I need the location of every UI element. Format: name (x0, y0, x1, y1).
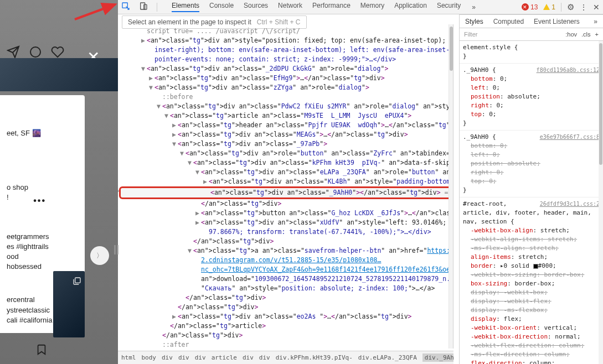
devtools-tab-console[interactable]: Console (209, 2, 234, 12)
dom-node[interactable]: ▶<an">class="tg">div an">class="xUdfV" a… (119, 218, 452, 227)
dom-node[interactable]: an">download="109300672_1645748952212107… (119, 274, 452, 284)
dom-node[interactable]: script true= .... /uavascript /\/script/ (119, 27, 452, 36)
dom-node[interactable]: ::after (119, 340, 452, 349)
css-rule[interactable]: e36e97b666f7.css:8._9AhH0 {bottom: 0;lef… (463, 133, 600, 195)
elements-scrollbar[interactable] (449, 24, 453, 349)
css-property[interactable]: top: 0; (463, 110, 600, 119)
css-property[interactable]: left: 0; (463, 84, 600, 92)
css-property[interactable]: bottom: 0; (463, 75, 600, 84)
devtools-tab-memory[interactable]: Memory (360, 2, 384, 12)
more-icon[interactable]: ••• (33, 195, 46, 207)
dom-node[interactable]: ▼<an">class="tg">div an">class="kPFhm kH… (119, 158, 452, 168)
bookmark-icon[interactable] (35, 344, 48, 357)
dom-node[interactable]: ▼<an">class="tg">article an">class="M9sT… (119, 111, 452, 121)
breadcrumb-item[interactable]: html (121, 354, 136, 361)
dom-node[interactable]: ▼<an">class="tg">a an">class="savefrom-h… (119, 246, 452, 256)
cls-toggle[interactable]: .cls (581, 31, 591, 38)
css-property[interactable]: -webkit-box-align: stretch; (463, 226, 600, 235)
dom-node[interactable]: ▼<an">class="tg">div an">role="button" a… (119, 149, 452, 158)
dom-node[interactable]: 97.8667%; transform: translate(-67.7441%… (119, 227, 452, 237)
css-property[interactable]: left: 0; (463, 150, 600, 159)
breadcrumb-item[interactable]: div (243, 354, 254, 361)
css-rule[interactable]: f80cd1196a8b.css:12._9AhH0 {bottom: 0;le… (463, 66, 600, 128)
error-count[interactable]: ✕13 (522, 3, 538, 11)
css-property[interactable]: align-items: stretch; (463, 253, 600, 262)
dom-node[interactable]: </an">class="tg">article> (119, 321, 452, 331)
devtools-tab-elements[interactable]: Elements (172, 2, 199, 12)
dom-node[interactable]: ▼<an">class="tg">div an">class="_2dDPU C… (119, 64, 452, 74)
settings-icon[interactable]: ⚙ (567, 2, 574, 12)
hov-toggle[interactable]: :hov (565, 31, 577, 38)
dom-node[interactable]: </an">class="tg">div> (119, 331, 452, 340)
css-property[interactable]: bottom: 0; (463, 142, 600, 150)
new-rule-icon[interactable]: + (595, 31, 599, 38)
filter-input[interactable]: Filter (464, 31, 477, 38)
css-property[interactable]: -webkit-box-direction: normal; (463, 332, 600, 341)
dom-node[interactable]: pointer-events: none; contain: strict; z… (119, 55, 452, 64)
dom-node[interactable]: nc_ohc=7tBLqpVYCYoAX_ZapF4&oh=9e1168f142… (119, 265, 452, 274)
dom-node[interactable]: 2.cdninstagram.com/v/t51.2885-15/e35/p10… (119, 256, 452, 265)
css-rule[interactable]: element.style {} (463, 43, 600, 61)
css-property[interactable]: -webkit-box-sizing: border-box; (463, 271, 600, 279)
devtools-tab-network[interactable]: Network (278, 2, 302, 12)
tab-styles[interactable]: Styles (465, 18, 483, 25)
css-property[interactable]: -ms-flex-direction: column; (463, 350, 600, 359)
css-property[interactable]: box-sizing: border-box; (463, 279, 600, 288)
dom-node[interactable]: ▼<an">class="tg">div an">class="PdwC2 fX… (119, 102, 452, 111)
breadcrumb-item[interactable]: body (142, 354, 157, 361)
dom-node[interactable]: ::before (119, 92, 452, 102)
breadcrumb-item[interactable]: div._9AhH0 (422, 353, 453, 362)
dom-node[interactable]: </an">class="tg">div> (119, 303, 452, 312)
css-property[interactable]: display: -webkit-box; (463, 288, 600, 297)
dom-node[interactable]: inset-right); bottom: env(safe-area-inse… (119, 45, 452, 55)
css-property[interactable]: display: -webkit-flex; (463, 297, 600, 306)
styles-scrollbar[interactable] (599, 41, 603, 364)
dom-node[interactable]: ▶<an">class="tg">div an">style="position… (119, 36, 452, 45)
css-property[interactable]: display: flex; (463, 315, 600, 324)
dom-node[interactable]: ▼<an">class="tg">div an">class="eLAPa _2… (119, 168, 452, 177)
elements-panel[interactable]: script true= .... /uavascript /\/script/… (118, 24, 453, 349)
dom-node[interactable]: ▼<an">class="tg">div an">class="zZYga" a… (119, 83, 452, 92)
dom-node[interactable]: ▶<an">class="tg">div an">class="KL4Bh" a… (119, 177, 452, 186)
breadcrumb-item[interactable]: div (259, 354, 270, 361)
dom-node[interactable]: "Скачать" an">style="position: absolute;… (119, 284, 452, 293)
more-tabs-icon[interactable]: » (594, 18, 597, 25)
dom-node[interactable]: </an">class="tg">div> (119, 237, 452, 246)
devtools-tab-sources[interactable]: Sources (244, 2, 268, 12)
css-property[interactable]: right: 0; (463, 168, 600, 177)
dom-breadcrumb[interactable]: htmlbodydivdivdivarticledivdivdiv.kPFhm.… (118, 351, 453, 364)
css-property[interactable]: -ms-flex-align: stretch; (463, 244, 600, 253)
css-property[interactable]: top: 0; (463, 177, 600, 186)
css-property[interactable]: position: absolute; (463, 92, 600, 101)
breadcrumb-item[interactable]: div.eLAPa._23QFA (358, 354, 417, 361)
dom-node[interactable]: ▶<an">class="tg">div an">class="EfHg9">…… (119, 74, 452, 83)
next-arrow[interactable]: 〉 (90, 246, 109, 265)
tab-event-listeners[interactable]: Event Listeners (534, 18, 580, 25)
dom-node[interactable]: ▶<an">class="tg">header an">class="Ppjfr… (119, 121, 452, 130)
devtools-tab-security[interactable]: Security (437, 2, 461, 12)
css-property[interactable]: -webkit-box-orient: vertical; (463, 324, 600, 332)
css-property[interactable]: -webkit-align-items: stretch; (463, 235, 600, 244)
dom-node[interactable]: ▶<an">class="tg">div an">class="eo2As ">… (119, 312, 452, 321)
css-property[interactable]: border: ▸0 solid #000; (463, 262, 600, 271)
dom-node[interactable]: </an">class="tg">div> (119, 199, 452, 209)
tab-computed[interactable]: Computed (493, 18, 524, 25)
styles-panel[interactable]: element.style {}f80cd1196a8b.css:12._9Ah… (459, 41, 603, 364)
breadcrumb-item[interactable]: div (195, 354, 206, 361)
device-toolbar-icon[interactable] (139, 2, 148, 12)
breadcrumb-item[interactable]: article (212, 354, 237, 361)
warning-count[interactable]: 1 (543, 3, 555, 11)
more-tabs-icon[interactable]: » (472, 3, 476, 11)
breadcrumb-item[interactable]: div (178, 354, 189, 361)
dom-node[interactable]: ▶<an">class="tg">div an">class="MEAGs">…… (119, 130, 452, 139)
css-rule[interactable]: 26dfdf9d3c11.css:2#react-root,article, d… (463, 200, 600, 364)
close-devtools-icon[interactable]: ✕ (593, 3, 600, 12)
dom-node[interactable]: </an">class="tg">div> (119, 293, 452, 303)
css-property[interactable]: position: absolute; (463, 159, 600, 168)
css-property[interactable]: right: 0; (463, 101, 600, 110)
css-property[interactable]: -webkit-flex-direction: column; (463, 341, 600, 350)
css-property[interactable]: display: -ms-flexbox; (463, 306, 600, 315)
breadcrumb-item[interactable]: div (162, 354, 173, 361)
dom-node[interactable]: ▶<an">class="tg">button an">class="G_hoz… (119, 209, 452, 218)
dom-node[interactable]: <an">class="tg">div an">class="_9AhH0"><… (119, 186, 452, 199)
